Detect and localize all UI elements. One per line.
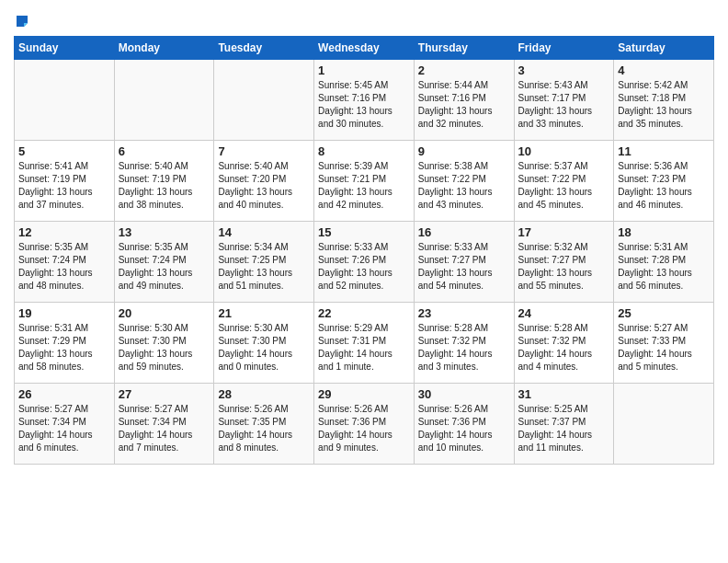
day-number: 28 [218, 387, 310, 401]
day-info: Sunrise: 5:37 AM Sunset: 7:22 PM Dayligh… [518, 160, 610, 212]
day-number: 14 [218, 225, 310, 239]
weekday-header: Monday [114, 37, 214, 60]
weekday-header: Thursday [414, 37, 514, 60]
calendar-cell: 27Sunrise: 5:27 AM Sunset: 7:34 PM Dayli… [114, 384, 214, 465]
day-number: 6 [119, 144, 210, 158]
day-info: Sunrise: 5:29 AM Sunset: 7:31 PM Dayligh… [318, 322, 410, 373]
day-info: Sunrise: 5:26 AM Sunset: 7:36 PM Dayligh… [418, 403, 510, 454]
calendar-cell [114, 60, 214, 141]
calendar-cell: 22Sunrise: 5:29 AM Sunset: 7:31 PM Dayli… [314, 303, 415, 384]
calendar-cell [15, 60, 115, 141]
day-number: 13 [119, 225, 210, 239]
calendar-cell: 11Sunrise: 5:36 AM Sunset: 7:23 PM Dayli… [614, 141, 714, 222]
day-number: 9 [418, 144, 510, 158]
day-number: 3 [518, 63, 610, 77]
day-info: Sunrise: 5:45 AM Sunset: 7:16 PM Dayligh… [318, 79, 410, 131]
calendar-cell [214, 60, 314, 141]
day-number: 10 [518, 144, 610, 158]
day-number: 18 [618, 225, 710, 239]
calendar-cell: 3Sunrise: 5:43 AM Sunset: 7:17 PM Daylig… [514, 60, 614, 141]
day-number: 23 [418, 306, 510, 320]
calendar-cell: 5Sunrise: 5:41 AM Sunset: 7:19 PM Daylig… [15, 141, 115, 222]
calendar-cell: 24Sunrise: 5:28 AM Sunset: 7:32 PM Dayli… [514, 303, 614, 384]
calendar-cell: 15Sunrise: 5:33 AM Sunset: 7:26 PM Dayli… [314, 222, 415, 303]
weekday-header-row: SundayMondayTuesdayWednesdayThursdayFrid… [15, 37, 714, 60]
calendar-cell: 14Sunrise: 5:34 AM Sunset: 7:25 PM Dayli… [214, 222, 314, 303]
page-header [14, 9, 714, 29]
calendar-cell: 7Sunrise: 5:40 AM Sunset: 7:20 PM Daylig… [214, 141, 314, 222]
calendar-cell: 2Sunrise: 5:44 AM Sunset: 7:16 PM Daylig… [414, 60, 514, 141]
day-number: 12 [18, 225, 110, 239]
day-info: Sunrise: 5:27 AM Sunset: 7:34 PM Dayligh… [18, 403, 110, 454]
day-info: Sunrise: 5:35 AM Sunset: 7:24 PM Dayligh… [119, 241, 210, 293]
day-info: Sunrise: 5:27 AM Sunset: 7:34 PM Dayligh… [119, 403, 210, 454]
calendar-cell: 25Sunrise: 5:27 AM Sunset: 7:33 PM Dayli… [614, 303, 714, 384]
weekday-header: Friday [514, 37, 614, 60]
svg-marker-0 [17, 16, 28, 27]
day-number: 8 [318, 144, 410, 158]
calendar-cell [614, 384, 714, 465]
day-info: Sunrise: 5:40 AM Sunset: 7:20 PM Dayligh… [218, 160, 310, 212]
day-info: Sunrise: 5:33 AM Sunset: 7:27 PM Dayligh… [418, 241, 510, 293]
day-number: 11 [618, 144, 710, 158]
day-info: Sunrise: 5:33 AM Sunset: 7:26 PM Dayligh… [318, 241, 410, 293]
day-info: Sunrise: 5:36 AM Sunset: 7:23 PM Dayligh… [618, 160, 710, 212]
day-number: 17 [518, 225, 610, 239]
day-info: Sunrise: 5:39 AM Sunset: 7:21 PM Dayligh… [318, 160, 410, 212]
calendar-cell: 19Sunrise: 5:31 AM Sunset: 7:29 PM Dayli… [15, 303, 115, 384]
calendar-cell: 12Sunrise: 5:35 AM Sunset: 7:24 PM Dayli… [15, 222, 115, 303]
day-info: Sunrise: 5:31 AM Sunset: 7:29 PM Dayligh… [18, 322, 110, 373]
day-info: Sunrise: 5:40 AM Sunset: 7:19 PM Dayligh… [119, 160, 210, 212]
logo [14, 9, 30, 29]
calendar-week-row: 5Sunrise: 5:41 AM Sunset: 7:19 PM Daylig… [15, 141, 714, 222]
weekday-header: Sunday [15, 37, 115, 60]
day-number: 1 [318, 63, 410, 77]
weekday-header: Tuesday [214, 37, 314, 60]
calendar-cell: 26Sunrise: 5:27 AM Sunset: 7:34 PM Dayli… [15, 384, 115, 465]
calendar-cell: 9Sunrise: 5:38 AM Sunset: 7:22 PM Daylig… [414, 141, 514, 222]
day-number: 16 [418, 225, 510, 239]
day-number: 20 [119, 306, 210, 320]
day-number: 19 [18, 306, 110, 320]
day-info: Sunrise: 5:30 AM Sunset: 7:30 PM Dayligh… [119, 322, 210, 373]
day-number: 4 [618, 63, 710, 77]
day-info: Sunrise: 5:44 AM Sunset: 7:16 PM Dayligh… [418, 79, 510, 131]
logo-icon [15, 14, 29, 29]
day-number: 31 [518, 387, 610, 401]
calendar-cell: 31Sunrise: 5:25 AM Sunset: 7:37 PM Dayli… [514, 384, 614, 465]
calendar-cell: 17Sunrise: 5:32 AM Sunset: 7:27 PM Dayli… [514, 222, 614, 303]
day-number: 21 [218, 306, 310, 320]
calendar-cell: 20Sunrise: 5:30 AM Sunset: 7:30 PM Dayli… [114, 303, 214, 384]
calendar-cell: 8Sunrise: 5:39 AM Sunset: 7:21 PM Daylig… [314, 141, 415, 222]
calendar-cell: 23Sunrise: 5:28 AM Sunset: 7:32 PM Dayli… [414, 303, 514, 384]
weekday-header: Saturday [614, 37, 714, 60]
day-info: Sunrise: 5:30 AM Sunset: 7:30 PM Dayligh… [218, 322, 310, 373]
day-number: 7 [218, 144, 310, 158]
calendar-cell: 18Sunrise: 5:31 AM Sunset: 7:28 PM Dayli… [614, 222, 714, 303]
svg-marker-1 [24, 23, 28, 27]
weekday-header: Wednesday [314, 37, 415, 60]
calendar-cell: 30Sunrise: 5:26 AM Sunset: 7:36 PM Dayli… [414, 384, 514, 465]
day-info: Sunrise: 5:26 AM Sunset: 7:36 PM Dayligh… [318, 403, 410, 454]
calendar-cell: 21Sunrise: 5:30 AM Sunset: 7:30 PM Dayli… [214, 303, 314, 384]
calendar-cell: 28Sunrise: 5:26 AM Sunset: 7:35 PM Dayli… [214, 384, 314, 465]
calendar-week-row: 12Sunrise: 5:35 AM Sunset: 7:24 PM Dayli… [15, 222, 714, 303]
calendar-cell: 1Sunrise: 5:45 AM Sunset: 7:16 PM Daylig… [314, 60, 415, 141]
calendar-cell: 29Sunrise: 5:26 AM Sunset: 7:36 PM Dayli… [314, 384, 415, 465]
day-info: Sunrise: 5:31 AM Sunset: 7:28 PM Dayligh… [618, 241, 710, 293]
day-info: Sunrise: 5:25 AM Sunset: 7:37 PM Dayligh… [518, 403, 610, 454]
calendar-week-row: 1Sunrise: 5:45 AM Sunset: 7:16 PM Daylig… [15, 60, 714, 141]
day-number: 27 [119, 387, 210, 401]
calendar-cell: 6Sunrise: 5:40 AM Sunset: 7:19 PM Daylig… [114, 141, 214, 222]
day-number: 26 [18, 387, 110, 401]
day-info: Sunrise: 5:38 AM Sunset: 7:22 PM Dayligh… [418, 160, 510, 212]
day-info: Sunrise: 5:27 AM Sunset: 7:33 PM Dayligh… [618, 322, 710, 373]
day-number: 24 [518, 306, 610, 320]
day-info: Sunrise: 5:32 AM Sunset: 7:27 PM Dayligh… [518, 241, 610, 293]
day-info: Sunrise: 5:28 AM Sunset: 7:32 PM Dayligh… [518, 322, 610, 373]
day-info: Sunrise: 5:26 AM Sunset: 7:35 PM Dayligh… [218, 403, 310, 454]
calendar-week-row: 19Sunrise: 5:31 AM Sunset: 7:29 PM Dayli… [15, 303, 714, 384]
day-number: 15 [318, 225, 410, 239]
day-info: Sunrise: 5:43 AM Sunset: 7:17 PM Dayligh… [518, 79, 610, 131]
day-number: 30 [418, 387, 510, 401]
